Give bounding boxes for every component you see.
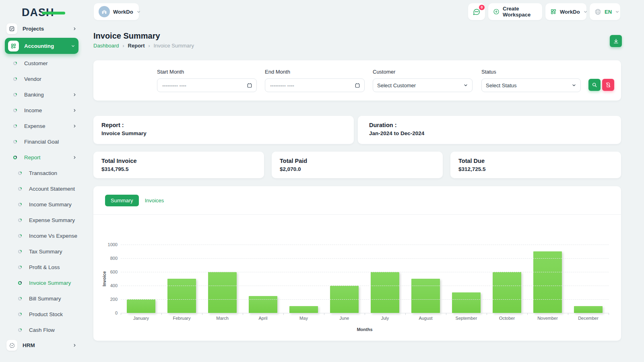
bullet-icon [18, 297, 22, 300]
sidebar-item-cash-flow[interactable]: Cash Flow [0, 322, 83, 338]
x-axis-tick [527, 313, 528, 315]
breadcrumb-dashboard[interactable]: Dashboard [93, 43, 119, 49]
sidebar-item-banking[interactable]: Banking [0, 87, 83, 103]
sidebar-item-income-summary[interactable]: Income Summary [0, 197, 83, 212]
sidebar-item-label: Tax Summary [29, 249, 62, 255]
x-axis-labels: JanuaryFebruaryMarchAprilMayJuneJulyAugu… [121, 316, 609, 321]
customer-select[interactable]: Select Customer [373, 78, 473, 92]
x-tick-label: May [283, 316, 324, 321]
sidebar-item-bill-summary[interactable]: Bill Summary [0, 291, 83, 306]
create-workspace-button[interactable]: Create Workspace [488, 3, 542, 20]
sidebar-item-accounting[interactable]: Accounting [5, 38, 78, 54]
workspace-switcher[interactable]: WorkDo [94, 3, 139, 20]
sidebar-item-customer[interactable]: Customer [0, 56, 83, 71]
gridline [121, 258, 609, 259]
sidebar-item-account-statement[interactable]: Account Statement [0, 181, 83, 197]
x-axis-tick [609, 313, 609, 315]
end-month-input[interactable] [265, 78, 365, 92]
bar-august[interactable] [411, 279, 440, 313]
bar-december[interactable] [574, 306, 603, 313]
grid-plus-icon [550, 8, 557, 15]
duration-value: Jan-2024 to Dec-2024 [369, 130, 610, 136]
x-axis-tick [243, 313, 243, 315]
chevron-right-icon [72, 343, 77, 348]
workdo-menu-button[interactable]: WorkDo [545, 3, 586, 20]
chevron-right-icon [72, 108, 77, 113]
sidebar-item-transaction[interactable]: Transaction [0, 165, 83, 181]
messages-button[interactable]: 0 [468, 3, 485, 20]
bar-october[interactable] [493, 272, 522, 313]
x-axis-tick [202, 313, 202, 315]
sidebar-item-report[interactable]: Report [0, 150, 83, 165]
bullet-icon [18, 234, 22, 238]
bar-april[interactable] [249, 296, 278, 313]
download-button[interactable] [610, 35, 622, 47]
sidebar-item-financial-goal[interactable]: Financial Goal [0, 134, 83, 150]
status-select[interactable]: Select Status [481, 78, 581, 92]
chevron-right-icon [72, 93, 77, 97]
breadcrumb-report[interactable]: Report [128, 43, 145, 49]
search-icon [592, 82, 597, 88]
y-tick-label: 0 [100, 311, 118, 315]
sidebar-item-projects[interactable]: Projects [0, 21, 83, 36]
duration-info-card: Duration : Jan-2024 to Dec-2024 [358, 116, 621, 144]
start-month-input[interactable] [157, 78, 257, 92]
sidebar-item-tax-summary[interactable]: Tax Summary [0, 244, 83, 259]
brand-logo[interactable]: DASH [22, 6, 66, 19]
x-tick-label: June [324, 316, 365, 321]
apply-filter-button[interactable] [588, 79, 601, 91]
tab-invoices[interactable]: Invoices [145, 197, 164, 204]
x-axis-tick [568, 313, 568, 315]
language-selector[interactable]: EN [590, 3, 620, 20]
sidebar-item-label: Bill Summary [29, 296, 61, 302]
reset-filter-button[interactable] [602, 79, 614, 91]
bar-slot-january [121, 245, 161, 313]
bullet-icon [18, 281, 22, 285]
filter-panel: Start Month End Month Customer Select Cu… [93, 60, 621, 101]
total-paid-label: Total Paid [280, 158, 435, 164]
bar-may[interactable] [289, 306, 318, 313]
bar-february[interactable] [167, 279, 196, 313]
total-paid-value: $2,070.0 [280, 166, 435, 172]
start-month-value[interactable] [161, 82, 247, 89]
calendar-icon [355, 82, 360, 88]
sidebar-item-label: Projects [23, 26, 44, 32]
end-month-value[interactable] [269, 82, 355, 89]
sidebar-item-income-vs-expense[interactable]: Income Vs Expense [0, 228, 83, 244]
sidebar-item-product-stock[interactable]: Product Stock [0, 306, 83, 322]
target-icon [6, 340, 17, 351]
bullet-icon [18, 203, 22, 206]
gridline [121, 272, 609, 272]
x-axis-title: Months [121, 327, 609, 332]
sidebar-item-label: Product Stock [29, 311, 63, 317]
sidebar-item-label: Cash Flow [29, 327, 55, 333]
tab-summary[interactable]: Summary [105, 195, 139, 206]
sidebar-item-profit-loss[interactable]: Profit & Loss [0, 259, 83, 275]
bar-november[interactable] [533, 251, 562, 313]
bar-march[interactable] [208, 272, 237, 313]
chevron-down-icon [463, 83, 468, 88]
sidebar-item-expense-summary[interactable]: Expense Summary [0, 212, 83, 228]
sidebar-item-invoice-summary[interactable]: Invoice Summary [0, 275, 83, 291]
sidebar-item-vendor[interactable]: Vendor [0, 71, 83, 87]
sidebar-item-expense[interactable]: Expense [0, 118, 83, 134]
bar-slot-july [365, 245, 405, 313]
bullet-icon [18, 313, 22, 316]
sidebar-item-label: Financial Goal [24, 139, 59, 145]
bar-september[interactable] [452, 292, 481, 313]
workspace-name: WorkDo [113, 9, 133, 15]
total-due-card: Total Due $312,725.5 [450, 152, 621, 178]
x-tick-label: January [121, 316, 161, 321]
chevron-right-icon: › [149, 43, 150, 49]
sidebar-item-label: Customer [24, 60, 48, 66]
sidebar-item-income[interactable]: Income [0, 103, 83, 118]
chevron-down-icon [71, 44, 75, 48]
duration-label: Duration : [369, 122, 610, 128]
messages-count-badge: 0 [479, 4, 485, 10]
chevron-down-icon [136, 10, 141, 14]
chevron-right-icon [72, 155, 77, 160]
sidebar-item-hrm[interactable]: HRM [0, 338, 83, 353]
bar-july[interactable] [371, 272, 400, 313]
calendar-icon [247, 82, 252, 88]
bar-january[interactable] [127, 299, 156, 313]
